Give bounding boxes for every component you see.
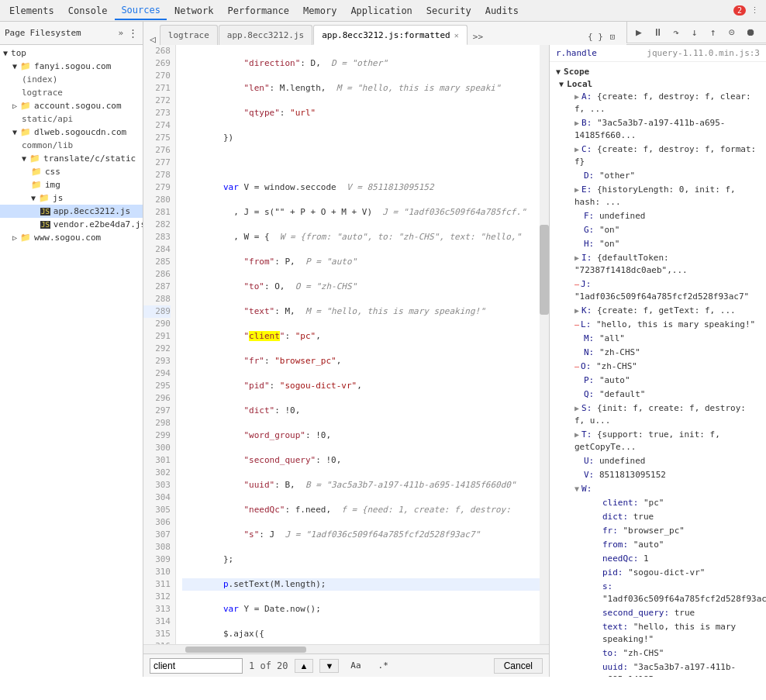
scope-expand-icon[interactable]: ▼ <box>556 67 561 76</box>
folder-icon: 📁 <box>39 193 50 203</box>
menu-item-console[interactable]: Console <box>62 2 114 19</box>
panel-expand-btn[interactable]: » <box>118 28 123 38</box>
tree-label: dlweb.sogoucdn.com <box>34 127 126 137</box>
tree-item-dlweb[interactable]: ▼ 📁 dlweb.sogoucdn.com <box>0 126 143 139</box>
search-count: 1 of 20 <box>249 660 288 671</box>
debug-step-over-btn[interactable]: ↷ <box>668 24 685 41</box>
debug-step-into-btn[interactable]: ↓ <box>686 24 703 41</box>
tree-label: app.8ecc3212.js <box>53 206 130 216</box>
scope-title: ▼ Scope <box>553 65 763 78</box>
menu-item-elements[interactable]: Elements <box>3 2 60 19</box>
search-prev-btn[interactable]: ▲ <box>295 659 314 673</box>
scope-item-K[interactable]: ▶K: {create: f, getText: f, ... <box>568 304 763 318</box>
local-items: ▶A: {create: f, destroy: f, clear: f, ..… <box>559 90 763 677</box>
panel-tab-page[interactable]: Page <box>5 28 26 38</box>
tree-item-js[interactable]: ▼ 📁 js <box>0 191 143 205</box>
folder-icon: 📁 <box>20 61 31 71</box>
tree-item-top[interactable]: ▼ top <box>0 47 143 60</box>
scope-item-W[interactable]: ▼W: <box>568 482 763 496</box>
tree-item-account[interactable]: ▷ 📁 account.sogou.com <box>0 99 143 112</box>
more-menu-btn[interactable]: ⋮ <box>746 2 763 19</box>
tree-label: css <box>45 167 60 177</box>
js-file-icon: JS <box>40 208 50 216</box>
cancel-search-btn[interactable]: Cancel <box>494 658 543 674</box>
scope-item-I[interactable]: ▶I: {defaultToken: "72387f1418dc0aeb",..… <box>568 251 763 278</box>
search-bar: 1 of 20 ▲ ▼ Aa .* Cancel <box>143 653 549 677</box>
error-badge: 2 <box>733 5 746 16</box>
tab-logtrace[interactable]: logtrace <box>160 25 218 45</box>
handle-key: r.handle <box>556 48 597 58</box>
scope-item-R[interactable]: ▶S: {init: f, create: f, destroy: f, u..… <box>568 402 763 428</box>
folder-icon: 📁 <box>20 233 31 243</box>
menu-item-sources[interactable]: Sources <box>115 2 167 20</box>
tree-label: vendor.e2be4da7.js <box>53 219 143 229</box>
menu-item-audits[interactable]: Audits <box>479 2 525 19</box>
scope-item-Q: Q: "default" <box>568 388 763 402</box>
tree-item-fanyi[interactable]: ▼ 📁 fanyi.sogou.com <box>0 60 143 73</box>
tree-item-index[interactable]: (index) <box>0 73 143 86</box>
pretty-print-btn[interactable]: ⊡ <box>605 28 620 45</box>
tree-item-vendor[interactable]: JS vendor.e2be4da7.js <box>0 218 143 231</box>
local-title[interactable]: ▼ Local <box>559 78 763 90</box>
tree-item-translate[interactable]: ▼ 📁 translate/c/static <box>0 152 143 165</box>
search-next-btn[interactable]: ▼ <box>319 659 339 673</box>
panel-menu-btn[interactable]: ⋮ <box>128 27 138 39</box>
tab-app8ecc-1[interactable]: app.8ecc3212.js <box>219 25 312 45</box>
expand-icon: ▼ <box>22 154 26 163</box>
menu-item-network[interactable]: Network <box>168 2 220 19</box>
scope-item-V: V: 8511813095152 <box>568 468 763 482</box>
scope-W-props: client: "pc" dict: true fr: "browser_pc"… <box>568 496 763 677</box>
line-numbers: 268269270271272 273274275276277 27827928… <box>143 45 176 644</box>
menu-bar: Elements Console Sources Network Perform… <box>0 0 766 22</box>
panel-tab-filesystem[interactable]: Filesystem <box>30 28 81 38</box>
tree-item-commonlib[interactable]: common/lib <box>0 139 143 152</box>
tree-label: common/lib <box>22 140 73 150</box>
tree-item-logtrace[interactable]: logtrace <box>0 86 143 99</box>
scope-item-F: F: undefined <box>568 209 763 223</box>
menu-item-performance[interactable]: Performance <box>222 2 295 19</box>
folder-icon: 📁 <box>29 153 40 164</box>
tree-label: (index) <box>22 74 57 84</box>
folder-icon: 📁 <box>31 180 42 190</box>
tree-label: static/api <box>22 114 73 124</box>
match-case-btn[interactable]: Aa <box>345 658 366 673</box>
tree-item-css[interactable]: 📁 css <box>0 165 143 178</box>
debug-pause-btn[interactable]: ⏸ <box>649 24 666 41</box>
code-editor[interactable]: "direction": D, D = "other" "len": M.len… <box>176 45 540 644</box>
js-file-icon: JS <box>40 221 50 229</box>
format-btn[interactable]: { } <box>588 29 603 44</box>
scope-item-A[interactable]: ▶A: {create: f, destroy: f, clear: f, ..… <box>568 90 763 116</box>
tree-label: js <box>53 193 63 203</box>
horizontal-scrollbar[interactable] <box>143 644 549 653</box>
scope-item-D: D: "other" <box>568 169 763 183</box>
tab-close-btn[interactable]: ✕ <box>454 31 459 40</box>
scope-item-C[interactable]: ▶C: {create: f, destroy: f, format: f} <box>568 143 763 169</box>
tree-label: img <box>45 180 60 190</box>
regex-btn[interactable]: .* <box>373 658 394 673</box>
tab-left-arrow[interactable]: ◁ <box>147 33 159 45</box>
menu-item-security[interactable]: Security <box>420 2 478 19</box>
menu-item-application[interactable]: Application <box>344 2 418 19</box>
scope-item-B[interactable]: ▶B: "3ac5a3b7-a197-411b-a695-14185f660..… <box>568 116 763 143</box>
tree-item-app8ecc[interactable]: JS app.8ecc3212.js <box>0 205 143 218</box>
scope-item-S[interactable]: ▶T: {support: true, init: f, getCopyTe..… <box>568 428 763 454</box>
tree-item-staticapi[interactable]: static/api <box>0 112 143 126</box>
debug-step-out-btn[interactable]: ↑ <box>705 24 722 41</box>
tree-item-img[interactable]: 📁 img <box>0 178 143 191</box>
scope-item-N: N: "zh-CHS" <box>568 346 763 360</box>
scope-item-J: —J: "1adf036c509f64a785fcf2d528f93ac7" <box>568 278 763 304</box>
debug-deactivate-btn[interactable]: ⊝ <box>723 24 740 41</box>
tree-item-www[interactable]: ▷ 📁 www.sogou.com <box>0 231 143 244</box>
debug-record-btn[interactable]: ⏺ <box>742 24 759 41</box>
tab-more-btn[interactable]: >> <box>468 29 488 45</box>
tree-label: logtrace <box>22 88 63 98</box>
search-input[interactable] <box>150 658 243 674</box>
vertical-scrollbar[interactable] <box>540 45 549 644</box>
scope-item-E[interactable]: ▶E: {historyLength: 0, init: f, hash: ..… <box>568 183 763 209</box>
local-expand-icon: ▼ <box>559 80 564 88</box>
tab-app8ecc-formatted[interactable]: app.8ecc3212.js:formatted ✕ <box>313 25 468 45</box>
debug-resume-btn[interactable]: ▶ <box>630 24 647 41</box>
tree-label: fanyi.sogou.com <box>34 61 111 71</box>
menu-item-memory[interactable]: Memory <box>297 2 343 19</box>
tree-label: www.sogou.com <box>34 233 101 243</box>
